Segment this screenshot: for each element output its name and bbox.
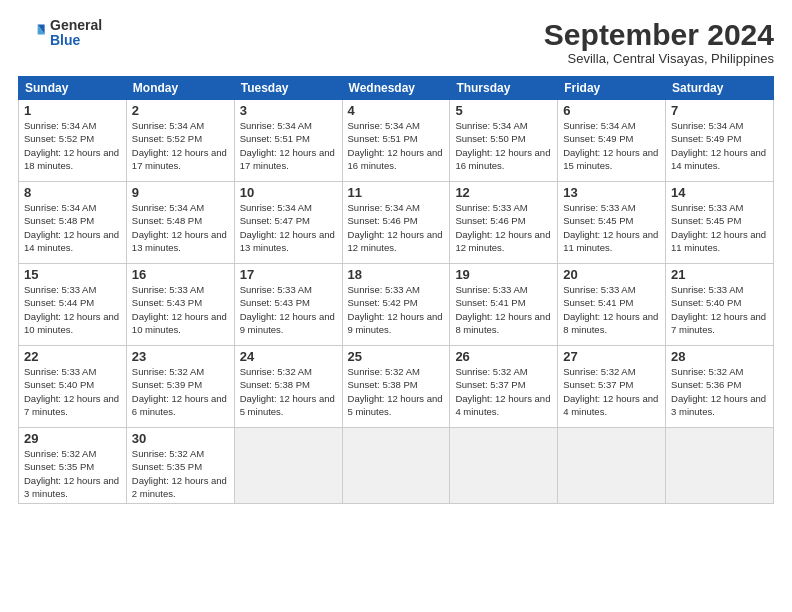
cell-info: Sunrise: 5:33 AMSunset: 5:46 PMDaylight:… — [455, 202, 550, 253]
cell-date: 24 — [240, 349, 337, 364]
cell-info: Sunrise: 5:34 AMSunset: 5:50 PMDaylight:… — [455, 120, 550, 171]
logo-icon — [18, 19, 46, 47]
table-row: 2 Sunrise: 5:34 AMSunset: 5:52 PMDayligh… — [126, 100, 234, 182]
table-row — [342, 428, 450, 504]
cell-date: 15 — [24, 267, 121, 282]
table-row: 25 Sunrise: 5:32 AMSunset: 5:38 PMDaylig… — [342, 346, 450, 428]
table-row — [666, 428, 774, 504]
table-row: 9 Sunrise: 5:34 AMSunset: 5:48 PMDayligh… — [126, 182, 234, 264]
header-saturday: Saturday — [666, 77, 774, 100]
cell-info: Sunrise: 5:32 AMSunset: 5:39 PMDaylight:… — [132, 366, 227, 417]
cell-date: 25 — [348, 349, 445, 364]
table-row: 18 Sunrise: 5:33 AMSunset: 5:42 PMDaylig… — [342, 264, 450, 346]
cell-date: 9 — [132, 185, 229, 200]
cell-date: 16 — [132, 267, 229, 282]
cell-info: Sunrise: 5:34 AMSunset: 5:52 PMDaylight:… — [132, 120, 227, 171]
cell-date: 26 — [455, 349, 552, 364]
logo-blue-text: Blue — [50, 33, 102, 48]
cell-info: Sunrise: 5:34 AMSunset: 5:51 PMDaylight:… — [240, 120, 335, 171]
table-row: 22 Sunrise: 5:33 AMSunset: 5:40 PMDaylig… — [19, 346, 127, 428]
table-row: 14 Sunrise: 5:33 AMSunset: 5:45 PMDaylig… — [666, 182, 774, 264]
cell-date: 27 — [563, 349, 660, 364]
cell-date: 28 — [671, 349, 768, 364]
cell-info: Sunrise: 5:33 AMSunset: 5:41 PMDaylight:… — [455, 284, 550, 335]
month-title: September 2024 — [544, 18, 774, 51]
table-row: 10 Sunrise: 5:34 AMSunset: 5:47 PMDaylig… — [234, 182, 342, 264]
cell-date: 19 — [455, 267, 552, 282]
table-row: 13 Sunrise: 5:33 AMSunset: 5:45 PMDaylig… — [558, 182, 666, 264]
location-subtitle: Sevilla, Central Visayas, Philippines — [544, 51, 774, 66]
cell-date: 2 — [132, 103, 229, 118]
cell-info: Sunrise: 5:32 AMSunset: 5:37 PMDaylight:… — [455, 366, 550, 417]
table-row: 8 Sunrise: 5:34 AMSunset: 5:48 PMDayligh… — [19, 182, 127, 264]
table-row: 30 Sunrise: 5:32 AMSunset: 5:35 PMDaylig… — [126, 428, 234, 504]
cell-info: Sunrise: 5:34 AMSunset: 5:48 PMDaylight:… — [24, 202, 119, 253]
table-row: 26 Sunrise: 5:32 AMSunset: 5:37 PMDaylig… — [450, 346, 558, 428]
table-row: 15 Sunrise: 5:33 AMSunset: 5:44 PMDaylig… — [19, 264, 127, 346]
cell-date: 6 — [563, 103, 660, 118]
cell-date: 11 — [348, 185, 445, 200]
cell-info: Sunrise: 5:32 AMSunset: 5:38 PMDaylight:… — [348, 366, 443, 417]
cell-info: Sunrise: 5:33 AMSunset: 5:43 PMDaylight:… — [132, 284, 227, 335]
cell-date: 13 — [563, 185, 660, 200]
table-row: 19 Sunrise: 5:33 AMSunset: 5:41 PMDaylig… — [450, 264, 558, 346]
table-row: 23 Sunrise: 5:32 AMSunset: 5:39 PMDaylig… — [126, 346, 234, 428]
table-row: 12 Sunrise: 5:33 AMSunset: 5:46 PMDaylig… — [450, 182, 558, 264]
table-row — [234, 428, 342, 504]
cell-date: 30 — [132, 431, 229, 446]
header-sunday: Sunday — [19, 77, 127, 100]
calendar-header-row: Sunday Monday Tuesday Wednesday Thursday… — [19, 77, 774, 100]
table-row: 27 Sunrise: 5:32 AMSunset: 5:37 PMDaylig… — [558, 346, 666, 428]
cell-info: Sunrise: 5:34 AMSunset: 5:46 PMDaylight:… — [348, 202, 443, 253]
cell-date: 12 — [455, 185, 552, 200]
table-row: 16 Sunrise: 5:33 AMSunset: 5:43 PMDaylig… — [126, 264, 234, 346]
table-row — [450, 428, 558, 504]
cell-date: 7 — [671, 103, 768, 118]
cell-info: Sunrise: 5:34 AMSunset: 5:48 PMDaylight:… — [132, 202, 227, 253]
cell-date: 18 — [348, 267, 445, 282]
table-row: 5 Sunrise: 5:34 AMSunset: 5:50 PMDayligh… — [450, 100, 558, 182]
cell-info: Sunrise: 5:32 AMSunset: 5:37 PMDaylight:… — [563, 366, 658, 417]
cell-date: 10 — [240, 185, 337, 200]
calendar-table: Sunday Monday Tuesday Wednesday Thursday… — [18, 76, 774, 504]
cell-info: Sunrise: 5:33 AMSunset: 5:40 PMDaylight:… — [24, 366, 119, 417]
table-row — [558, 428, 666, 504]
header-friday: Friday — [558, 77, 666, 100]
cell-info: Sunrise: 5:33 AMSunset: 5:43 PMDaylight:… — [240, 284, 335, 335]
cell-date: 1 — [24, 103, 121, 118]
logo-general-text: General — [50, 18, 102, 33]
header-tuesday: Tuesday — [234, 77, 342, 100]
cell-date: 29 — [24, 431, 121, 446]
cell-date: 20 — [563, 267, 660, 282]
cell-date: 4 — [348, 103, 445, 118]
table-row: 7 Sunrise: 5:34 AMSunset: 5:49 PMDayligh… — [666, 100, 774, 182]
cell-info: Sunrise: 5:32 AMSunset: 5:36 PMDaylight:… — [671, 366, 766, 417]
cell-info: Sunrise: 5:33 AMSunset: 5:41 PMDaylight:… — [563, 284, 658, 335]
table-row: 21 Sunrise: 5:33 AMSunset: 5:40 PMDaylig… — [666, 264, 774, 346]
cell-info: Sunrise: 5:34 AMSunset: 5:51 PMDaylight:… — [348, 120, 443, 171]
table-row: 11 Sunrise: 5:34 AMSunset: 5:46 PMDaylig… — [342, 182, 450, 264]
cell-info: Sunrise: 5:33 AMSunset: 5:45 PMDaylight:… — [671, 202, 766, 253]
table-row: 17 Sunrise: 5:33 AMSunset: 5:43 PMDaylig… — [234, 264, 342, 346]
cell-info: Sunrise: 5:33 AMSunset: 5:40 PMDaylight:… — [671, 284, 766, 335]
table-row: 3 Sunrise: 5:34 AMSunset: 5:51 PMDayligh… — [234, 100, 342, 182]
cell-date: 23 — [132, 349, 229, 364]
cell-info: Sunrise: 5:32 AMSunset: 5:35 PMDaylight:… — [132, 448, 227, 499]
table-row: 4 Sunrise: 5:34 AMSunset: 5:51 PMDayligh… — [342, 100, 450, 182]
cell-date: 5 — [455, 103, 552, 118]
cell-info: Sunrise: 5:33 AMSunset: 5:45 PMDaylight:… — [563, 202, 658, 253]
cell-info: Sunrise: 5:34 AMSunset: 5:52 PMDaylight:… — [24, 120, 119, 171]
header-monday: Monday — [126, 77, 234, 100]
cell-info: Sunrise: 5:34 AMSunset: 5:49 PMDaylight:… — [671, 120, 766, 171]
table-row: 1 Sunrise: 5:34 AMSunset: 5:52 PMDayligh… — [19, 100, 127, 182]
cell-date: 8 — [24, 185, 121, 200]
page-header: General Blue September 2024 Sevilla, Cen… — [18, 18, 774, 66]
table-row: 24 Sunrise: 5:32 AMSunset: 5:38 PMDaylig… — [234, 346, 342, 428]
cell-date: 17 — [240, 267, 337, 282]
table-row: 28 Sunrise: 5:32 AMSunset: 5:36 PMDaylig… — [666, 346, 774, 428]
header-wednesday: Wednesday — [342, 77, 450, 100]
cell-date: 14 — [671, 185, 768, 200]
cell-info: Sunrise: 5:32 AMSunset: 5:38 PMDaylight:… — [240, 366, 335, 417]
cell-info: Sunrise: 5:33 AMSunset: 5:44 PMDaylight:… — [24, 284, 119, 335]
cell-info: Sunrise: 5:32 AMSunset: 5:35 PMDaylight:… — [24, 448, 119, 499]
